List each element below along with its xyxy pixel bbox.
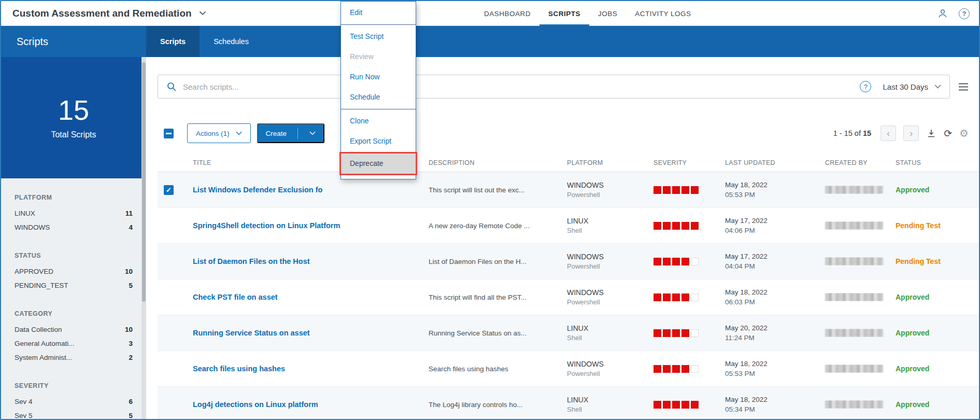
updated-time: 05:53 PM — [725, 191, 819, 199]
facet-title: PLATFORM — [15, 194, 133, 201]
table-row[interactable]: Log4j detections on Linux platform The L… — [158, 387, 979, 420]
select-all-checkbox[interactable] — [164, 129, 174, 138]
top-bar: Custom Assessment and Remediation DASHBO… — [1, 1, 979, 26]
facet-group-status: STATUS APPROVED 10 PENDING_TEST 5 — [15, 252, 133, 292]
tab-scripts[interactable]: Scripts — [146, 26, 200, 57]
platform-name: WINDOWS — [567, 288, 647, 297]
menu-item-clone[interactable]: Clone — [341, 111, 416, 131]
script-title-link[interactable]: Search files using hashes — [193, 365, 285, 373]
sidebar-scrollbar[interactable] — [141, 57, 146, 419]
menu-item-run-now[interactable]: Run Now — [341, 67, 416, 87]
tab-schedules[interactable]: Schedules — [200, 26, 263, 57]
page-title: Scripts — [1, 26, 146, 57]
table-row[interactable]: Search files using hashes Search files u… — [158, 351, 979, 387]
severity-blocks — [654, 186, 719, 194]
script-title-link[interactable]: Spring4Shell detection on Linux Platform — [193, 221, 340, 230]
updated-date: May 17, 2022 — [725, 217, 819, 225]
column-header-platform: PLATFORM — [561, 159, 647, 166]
updated-date: May 17, 2022 — [725, 253, 819, 260]
pagination-range-text: 1 - 15 of — [833, 129, 861, 137]
facet-label: System Administ... — [15, 354, 72, 361]
script-title-link[interactable]: Log4j detections on Linux platform — [193, 400, 318, 409]
severity-block — [672, 222, 680, 230]
script-title-link[interactable]: List Windows Defender Exclusion fo — [193, 186, 322, 194]
facet-label: General Automati... — [15, 340, 75, 347]
created-by-redacted — [825, 365, 883, 373]
table-row[interactable]: Running Service Status on asset Running … — [158, 315, 979, 351]
date-range-label: Last 30 Days — [883, 82, 928, 91]
column-header-last-updated: LAST UPDATED — [719, 159, 819, 166]
refresh-icon[interactable]: ⟳ — [944, 128, 952, 139]
chevron-down-icon — [309, 131, 316, 135]
search-help-icon[interactable]: ? — [860, 81, 871, 92]
severity-block — [672, 293, 680, 301]
download-icon[interactable] — [926, 128, 936, 138]
app-switcher[interactable]: Custom Assessment and Remediation — [12, 8, 206, 19]
search-box: ? Last 30 Days — [158, 75, 950, 99]
search-input[interactable] — [183, 82, 860, 91]
script-title-link[interactable]: Check PST file on asset — [193, 293, 278, 301]
created-by-redacted — [825, 400, 883, 409]
script-title-link[interactable]: Running Service Status on asset — [193, 329, 310, 337]
script-description: This script will find all the PST... — [422, 293, 561, 301]
menu-item-deprecate[interactable]: Deprecate — [341, 153, 416, 174]
platform-name: LINUX — [567, 217, 647, 225]
status-badge: Pending Test — [896, 221, 941, 230]
severity-block — [681, 258, 689, 265]
severity-block — [691, 186, 699, 194]
app-title: Custom Assessment and Remediation — [12, 8, 192, 19]
severity-block — [691, 329, 699, 337]
check-icon: ✓ — [164, 185, 174, 195]
pagination: 1 - 15 of 15 ‹ › ⟳ ⚙ — [833, 125, 969, 141]
menu-item-export-script[interactable]: Export Script — [341, 131, 416, 151]
table-row[interactable]: Check PST file on asset This script will… — [158, 279, 979, 315]
facet-item-approved[interactable]: APPROVED 10 — [15, 264, 133, 278]
facet-group-severity: SEVERITY Sev 4 6 Sev 5 5 — [15, 382, 133, 419]
table-row[interactable]: Spring4Shell detection on Linux Platform… — [158, 208, 979, 244]
nav-item-activity-logs[interactable]: ACTIVITY LOGS — [626, 1, 700, 26]
facet-item-general-automation[interactable]: General Automati... 3 — [15, 337, 133, 351]
facet-group-category: CATEGORY Data Collection 10 General Auto… — [15, 310, 133, 365]
table-row[interactable]: List of Daemon Files on the Host List of… — [158, 244, 979, 279]
severity-blocks — [654, 258, 719, 265]
help-icon[interactable]: ? — [959, 8, 970, 19]
facet-item-pending-test[interactable]: PENDING_TEST 5 — [15, 278, 133, 292]
created-by-redacted — [825, 257, 883, 265]
facet-item-data-collection[interactable]: Data Collection 10 — [15, 323, 133, 337]
create-button[interactable]: Create — [257, 123, 324, 143]
menu-item-test-script[interactable]: Test Script — [341, 26, 416, 47]
prev-page-button[interactable]: ‹ — [880, 125, 896, 141]
updated-date: May 20, 2022 — [725, 324, 819, 332]
updated-time: 04:06 PM — [725, 227, 819, 234]
platform-name: WINDOWS — [567, 253, 647, 261]
facet-item-sev-5[interactable]: Sev 5 5 — [15, 409, 133, 419]
facet-item-system-administration[interactable]: System Administ... 2 — [15, 351, 133, 365]
menu-toggle-icon[interactable] — [958, 83, 969, 91]
platform-tech: Powershell — [567, 298, 647, 306]
nav-item-jobs[interactable]: JOBS — [589, 1, 626, 26]
status-badge: Approved — [896, 293, 929, 301]
platform-name: LINUX — [567, 396, 647, 404]
facet-item-sev-4[interactable]: Sev 4 6 — [15, 395, 133, 409]
actions-button[interactable]: Actions (1) — [187, 123, 251, 143]
facet-item-windows[interactable]: WINDOWS 4 — [15, 220, 133, 234]
settings-gear-icon[interactable]: ⚙ — [959, 127, 969, 139]
top-nav: DASHBOARD SCRIPTS JOBS ACTIVITY LOGS — [475, 1, 700, 26]
menu-item-edit[interactable]: Edit — [341, 3, 416, 23]
severity-block — [681, 401, 689, 409]
date-range-dropdown[interactable]: Last 30 Days — [883, 82, 941, 91]
severity-block — [663, 258, 671, 265]
nav-item-scripts[interactable]: SCRIPTS — [539, 1, 589, 26]
facet-item-linux[interactable]: LINUX 11 — [15, 206, 133, 220]
row-checkbox[interactable]: ✓ — [164, 185, 174, 195]
script-title-link[interactable]: List of Daemon Files on the Host — [193, 257, 310, 265]
status-badge: Approved — [896, 365, 929, 373]
platform-tech: Powershell — [567, 191, 647, 199]
facet-label: PENDING_TEST — [15, 282, 68, 289]
table-row[interactable]: ✓ List Windows Defender Exclusion fo Thi… — [158, 172, 979, 208]
scrollbar-thumb[interactable] — [142, 62, 146, 302]
next-page-button[interactable]: › — [903, 125, 919, 141]
nav-item-dashboard[interactable]: DASHBOARD — [475, 1, 539, 26]
user-icon[interactable] — [937, 8, 948, 19]
menu-item-schedule[interactable]: Schedule — [341, 87, 416, 107]
